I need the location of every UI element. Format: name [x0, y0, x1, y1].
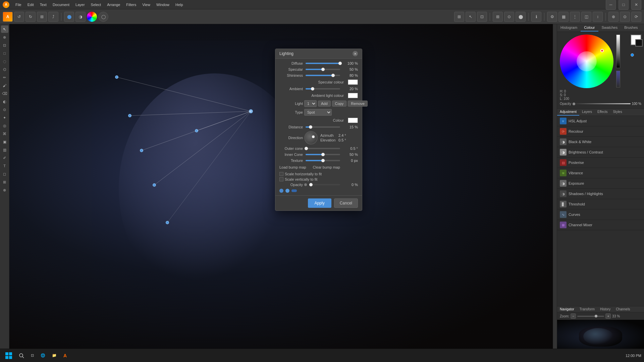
tool-brush[interactable]: ✏ [1, 74, 8, 81]
light-node-6[interactable] [195, 129, 198, 132]
tool-history[interactable]: ⊙ [504, 12, 514, 22]
tab-histogram[interactable]: Histogram [557, 24, 581, 32]
shininess-slider[interactable] [306, 75, 340, 76]
adj-curves[interactable]: ∿ Curves [557, 209, 644, 220]
copy-light-btn[interactable]: Copy [332, 101, 347, 107]
secondary-slider[interactable] [616, 71, 620, 87]
ambient-colour-box[interactable] [348, 93, 358, 98]
tool-mode4[interactable]: ◯ [98, 12, 108, 22]
adj-vibrance[interactable]: ≋ Vibrance [557, 168, 644, 178]
color-wheel[interactable] [560, 35, 613, 88]
tool-redo[interactable]: ↻ [25, 12, 36, 22]
inner-cone-slider[interactable] [306, 154, 340, 155]
tab-colour[interactable]: Colour [581, 24, 598, 32]
adj-tab-effects[interactable]: Effects [595, 109, 610, 116]
tool-snap3[interactable]: ⋮ [570, 12, 580, 22]
tool-fill[interactable]: ▣ [1, 138, 8, 145]
diffuse-slider[interactable] [306, 63, 340, 64]
inner-cone-thumb[interactable] [321, 153, 325, 156]
tool-paint-brush[interactable]: 🖌 [1, 82, 8, 89]
taskbar-start[interactable] [3, 350, 15, 362]
nav-preview[interactable] [557, 320, 644, 353]
menu-filters[interactable]: Filters [123, 2, 139, 7]
opacity-dialog-indicator[interactable] [304, 183, 307, 186]
menu-text[interactable]: Text [37, 2, 49, 7]
shininess-thumb[interactable] [331, 74, 335, 77]
zoom-out-btn[interactable]: − [571, 313, 576, 319]
tool-undo[interactable]: ↺ [14, 12, 24, 22]
tool-move[interactable]: ↖ [1, 25, 8, 33]
menu-window[interactable]: Window [154, 2, 172, 7]
menu-select[interactable]: Select [88, 2, 104, 7]
tool-mode1[interactable]: ⬤ [64, 12, 74, 22]
remove-light-btn[interactable]: Remove [348, 101, 368, 107]
light-select[interactable]: 1 [304, 100, 317, 107]
taskbar-file-explorer[interactable]: 📁 [49, 350, 59, 362]
tool-share[interactable]: ⤴ [48, 12, 58, 22]
nav-tab-transform[interactable]: Transform [577, 306, 597, 312]
tool-persona2[interactable]: ⟳ [631, 12, 641, 22]
opacity-dialog-thumb[interactable] [309, 183, 313, 186]
outer-cone-slider[interactable] [306, 148, 340, 149]
tool-assist[interactable]: ℹ [531, 12, 541, 22]
clear-bump-map-btn[interactable]: Clear bump map [313, 165, 340, 170]
light-node-1[interactable] [115, 75, 118, 79]
tool-text[interactable]: T [1, 162, 8, 170]
taskbar-task-view[interactable]: ⊡ [28, 350, 37, 362]
adj-channel-mixer[interactable]: ⊞ Channel Mixer [557, 220, 644, 230]
color-indicator[interactable] [600, 49, 604, 52]
taskbar-app1[interactable]: A [61, 350, 69, 362]
nav-tab-history[interactable]: History [597, 306, 613, 312]
tool-persona1[interactable]: ⊙ [620, 12, 630, 22]
taskbar-edge[interactable]: 🌐 [38, 350, 48, 362]
light-dot-3[interactable] [291, 189, 297, 192]
menu-view[interactable]: View [140, 2, 153, 7]
distance-slider[interactable] [306, 126, 340, 128]
tool-mode2[interactable]: ◑ [75, 12, 86, 22]
tool-affinity-logo[interactable]: A [3, 12, 13, 22]
adj-exposure[interactable]: ◑ Exposure [557, 178, 644, 189]
ambient-thumb[interactable] [311, 87, 314, 90]
light-dot-1[interactable] [279, 189, 283, 193]
dialog-close-btn[interactable]: ✕ [353, 51, 358, 56]
tool-freehand[interactable]: ◌ [1, 58, 8, 65]
adj-brightness[interactable]: ◑ Brightness / Contrast [557, 147, 644, 158]
distance-thumb[interactable] [309, 125, 312, 129]
zoom-in-btn[interactable]: + [605, 313, 611, 319]
tool-retouch[interactable]: ✦ [1, 114, 8, 121]
opacity-slider[interactable] [573, 103, 631, 105]
tool-shapes[interactable]: ◻ [1, 170, 8, 178]
load-bump-map-btn[interactable]: Load bump map [279, 165, 306, 170]
tool-grid-tool[interactable]: ⊞ [1, 178, 8, 186]
canvas-vscroll[interactable] [553, 24, 557, 349]
light-node-4[interactable] [153, 183, 156, 187]
color-point-indicator[interactable] [631, 53, 634, 57]
tool-snap4[interactable]: ◫ [581, 12, 591, 22]
tool-mode3[interactable]: ⠀ [87, 12, 97, 22]
tool-crop[interactable]: ⊡ [1, 42, 8, 49]
tab-brushes[interactable]: Brushes [621, 24, 641, 32]
lighting-dialog[interactable]: Lighting ✕ Diffuse 100 % Specular 5 [275, 49, 362, 211]
maximize-btn[interactable]: □ [619, 0, 629, 10]
tab-swatches[interactable]: Swatches [598, 24, 621, 32]
tool-dodge[interactable]: ◐ [1, 98, 8, 105]
tool-studio[interactable]: ⊞ [37, 12, 47, 22]
tool-cursor[interactable]: ↖ [466, 12, 476, 22]
lightness-slider[interactable] [616, 35, 620, 68]
taskbar-search[interactable] [16, 350, 27, 362]
adj-tab-styles[interactable]: Styles [610, 109, 625, 116]
tool-transform[interactable]: ⊡ [477, 12, 487, 22]
opacity-dialog-slider[interactable] [311, 184, 340, 185]
tool-vector[interactable]: ✐ [1, 154, 8, 162]
nav-tab-channels[interactable]: Channels [613, 306, 633, 312]
adj-posterise[interactable]: ▤ Posterise [557, 158, 644, 168]
close-btn[interactable]: ✕ [631, 0, 641, 10]
diffuse-thumb[interactable] [338, 62, 342, 65]
zoom-slider[interactable] [577, 316, 604, 317]
light-node-3[interactable] [140, 149, 143, 152]
adj-threshold[interactable]: ▊ Threshold [557, 199, 644, 209]
add-light-btn[interactable]: Add [318, 101, 331, 107]
specular-thumb[interactable] [321, 68, 325, 71]
tool-red-eye[interactable]: ◎ [1, 122, 8, 129]
texture-slider[interactable] [306, 160, 340, 161]
